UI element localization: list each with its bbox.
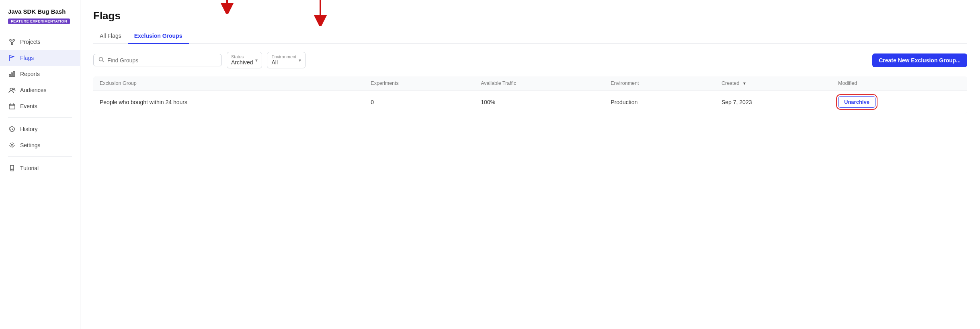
sidebar-item-settings[interactable]: Settings (0, 137, 80, 153)
search-box[interactable] (93, 54, 222, 66)
sidebar-item-label-history: History (20, 126, 38, 132)
tab-all-flags[interactable]: All Flags (93, 29, 128, 44)
sidebar-item-history[interactable]: History (0, 121, 80, 137)
cell-experiments: 0 (364, 90, 474, 114)
sidebar-item-label-settings: Settings (20, 142, 41, 148)
sidebar-badge: Feature Experimentation (8, 19, 70, 24)
svg-line-22 (103, 61, 104, 62)
history-icon (8, 125, 16, 133)
svg-point-2 (11, 43, 13, 45)
sidebar-item-label-reports: Reports (20, 71, 40, 77)
sidebar-nav: Projects Flags Reports (0, 31, 80, 179)
svg-rect-7 (13, 71, 14, 77)
audiences-icon (8, 86, 16, 94)
sidebar-item-tutorial[interactable]: Tutorial (0, 160, 80, 176)
exclusion-groups-table: Exclusion Group Experiments Available Tr… (93, 76, 967, 113)
tab-exclusion-groups[interactable]: Exclusion Groups (128, 29, 189, 44)
table-header: Exclusion Group Experiments Available Tr… (93, 76, 967, 90)
status-filter-label: Status (231, 55, 253, 59)
col-header-experiments: Experiments (364, 76, 474, 90)
search-input[interactable] (107, 57, 217, 64)
flags-icon (8, 54, 16, 62)
sidebar-item-flags[interactable]: Flags (0, 50, 80, 66)
table-container: Exclusion Group Experiments Available Tr… (93, 76, 967, 113)
svg-line-4 (12, 41, 14, 43)
search-icon (98, 57, 104, 64)
svg-rect-10 (9, 104, 15, 109)
sidebar-item-label-events: Events (20, 103, 37, 109)
table-row: People who bought within 24 hours 0 100%… (93, 90, 967, 114)
svg-rect-5 (9, 74, 10, 77)
reports-icon (8, 70, 16, 78)
col-header-created: Created ▼ (715, 76, 832, 90)
environment-filter[interactable]: Environment All ▾ (267, 52, 305, 68)
environment-filter-label: Environment (271, 55, 296, 59)
sidebar-item-label-flags: Flags (20, 55, 34, 61)
cell-environment: Production (604, 90, 715, 114)
svg-point-0 (10, 39, 11, 41)
events-icon (8, 102, 16, 110)
svg-point-21 (99, 58, 103, 61)
sidebar-item-projects[interactable]: Projects (0, 34, 80, 50)
sidebar-brand: Java SDK Bug Bash Feature Experimentatio… (0, 8, 80, 31)
chevron-down-icon-env: ▾ (299, 58, 301, 63)
sidebar-item-reports[interactable]: Reports (0, 66, 80, 82)
sidebar-divider (8, 117, 72, 118)
svg-point-8 (10, 88, 12, 90)
sidebar-item-events[interactable]: Events (0, 98, 80, 114)
svg-rect-6 (11, 73, 12, 77)
sidebar: Java SDK Bug Bash Feature Experimentatio… (0, 0, 80, 329)
create-exclusion-group-button[interactable]: Create New Exclusion Group... (872, 53, 967, 67)
cell-modified: Unarchive (832, 90, 967, 114)
chevron-down-icon-status: ▾ (255, 58, 258, 63)
status-filter[interactable]: Status Archived ▾ (227, 52, 262, 68)
sort-arrow-created: ▼ (742, 81, 746, 86)
table-body: People who bought within 24 hours 0 100%… (93, 90, 967, 114)
cell-created: Sep 7, 2023 (715, 90, 832, 114)
tabs-container: All Flags Exclusion Groups (93, 29, 967, 44)
sidebar-divider-2 (8, 156, 72, 157)
sidebar-item-label-tutorial: Tutorial (20, 165, 39, 171)
col-header-modified: Modified (832, 76, 967, 90)
unarchive-button[interactable]: Unarchive (838, 96, 875, 108)
sidebar-item-label-projects: Projects (20, 39, 41, 45)
main-content: Flags All Flags Exclusion Groups Status (80, 0, 980, 329)
svg-line-3 (10, 41, 12, 43)
environment-filter-value: All (271, 59, 296, 66)
sidebar-brand-title: Java SDK Bug Bash (8, 8, 72, 15)
svg-marker-17 (10, 165, 14, 170)
sidebar-item-audiences[interactable]: Audiences (0, 82, 80, 98)
page-title: Flags (93, 10, 967, 22)
cell-exclusion-group: People who bought within 24 hours (93, 90, 364, 114)
projects-icon (8, 38, 16, 46)
col-header-exclusion-group: Exclusion Group (93, 76, 364, 90)
svg-point-1 (13, 39, 14, 41)
status-filter-value: Archived (231, 59, 253, 66)
tutorial-icon (8, 164, 16, 172)
col-header-available-traffic: Available Traffic (474, 76, 604, 90)
toolbar: Status Archived ▾ Environment All ▾ Crea… (93, 52, 967, 68)
settings-icon (8, 141, 16, 149)
cell-available-traffic: 100% (474, 90, 604, 114)
col-header-environment: Environment (604, 76, 715, 90)
svg-point-16 (11, 144, 13, 146)
sidebar-item-label-audiences: Audiences (20, 87, 46, 93)
